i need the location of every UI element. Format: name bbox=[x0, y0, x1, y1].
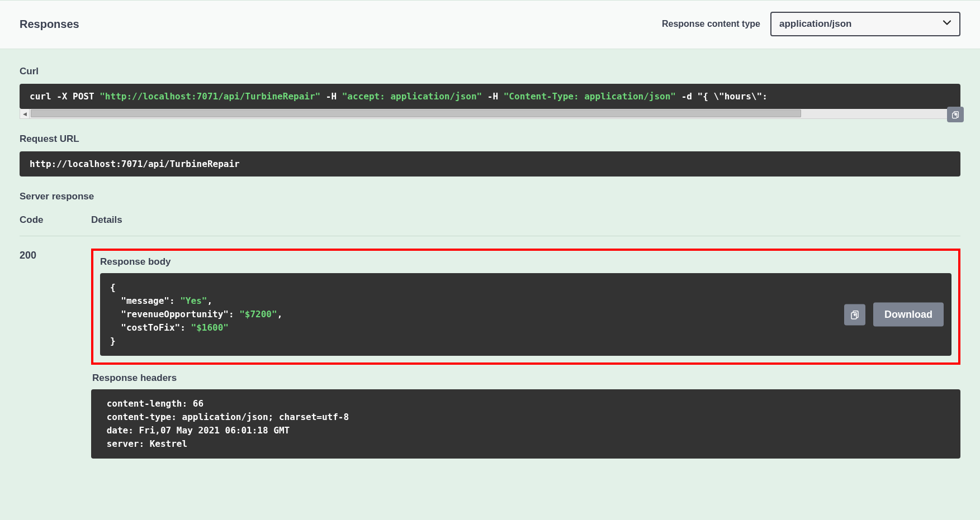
request-url-value[interactable]: http://localhost:7071/api/TurbineRepair bbox=[20, 151, 960, 176]
response-body-json: { "message": "Yes", "revenueOpportunity"… bbox=[110, 281, 941, 348]
content-type-label: Response content type bbox=[662, 19, 760, 29]
response-details: Response body { "message": "Yes", "reven… bbox=[91, 249, 960, 459]
response-body-actions: Download bbox=[844, 303, 944, 327]
request-url-label: Request URL bbox=[20, 133, 960, 145]
response-row: 200 Response body { "message": "Yes", "r… bbox=[20, 249, 960, 459]
curl-token: -H bbox=[326, 91, 337, 102]
response-headers-label: Response headers bbox=[92, 373, 960, 384]
response-headers-block[interactable]: content-length: 66 content-type: applica… bbox=[91, 389, 960, 459]
response-body-highlight: Response body { "message": "Yes", "reven… bbox=[91, 249, 960, 365]
curl-token: -H bbox=[487, 91, 498, 102]
curl-label: Curl bbox=[20, 66, 960, 77]
status-code: 200 bbox=[20, 249, 91, 459]
download-button[interactable]: Download bbox=[873, 303, 944, 327]
content-type-wrap: Response content type application/json bbox=[662, 12, 960, 36]
responses-title: Responses bbox=[20, 18, 79, 31]
request-url-section: Request URL http://localhost:7071/api/Tu… bbox=[20, 133, 960, 176]
table-divider bbox=[20, 236, 960, 236]
svg-rect-3 bbox=[851, 312, 856, 318]
main-content: Curl curl -X POST "http://localhost:7071… bbox=[0, 49, 980, 470]
curl-token: "Content-Type: application/json" bbox=[504, 91, 676, 102]
chevron-down-icon bbox=[943, 18, 951, 30]
curl-token: "http://localhost:7071/api/TurbineRepair… bbox=[100, 91, 320, 102]
server-response-section: Server response Code Details 200 Respons… bbox=[20, 191, 960, 459]
curl-token: -d bbox=[681, 91, 692, 102]
response-body-block[interactable]: { "message": "Yes", "revenueOpportunity"… bbox=[100, 273, 951, 356]
curl-command[interactable]: curl -X POST "http://localhost:7071/api/… bbox=[20, 84, 960, 109]
copy-response-button[interactable] bbox=[844, 304, 865, 325]
curl-block: curl -X POST "http://localhost:7071/api/… bbox=[20, 84, 960, 119]
content-type-select[interactable]: application/json bbox=[770, 12, 960, 36]
content-type-value: application/json bbox=[779, 18, 851, 29]
scrollbar-thumb[interactable] bbox=[31, 109, 801, 117]
horizontal-scrollbar[interactable]: ◀ bbox=[20, 109, 960, 119]
col-code-header: Code bbox=[20, 214, 91, 226]
copy-curl-button[interactable] bbox=[947, 107, 964, 122]
response-body-label: Response body bbox=[100, 256, 951, 268]
col-details-header: Details bbox=[91, 214, 960, 226]
curl-token: curl -X POST bbox=[30, 91, 94, 102]
server-response-label: Server response bbox=[20, 191, 960, 202]
responses-header: Responses Response content type applicat… bbox=[0, 0, 980, 49]
curl-token: "accept: application/json" bbox=[342, 91, 482, 102]
response-table-header: Code Details bbox=[20, 214, 960, 226]
scroll-left-arrow-icon[interactable]: ◀ bbox=[20, 109, 30, 118]
curl-token: "{ \"hours\": bbox=[698, 91, 768, 102]
svg-rect-1 bbox=[953, 113, 957, 118]
